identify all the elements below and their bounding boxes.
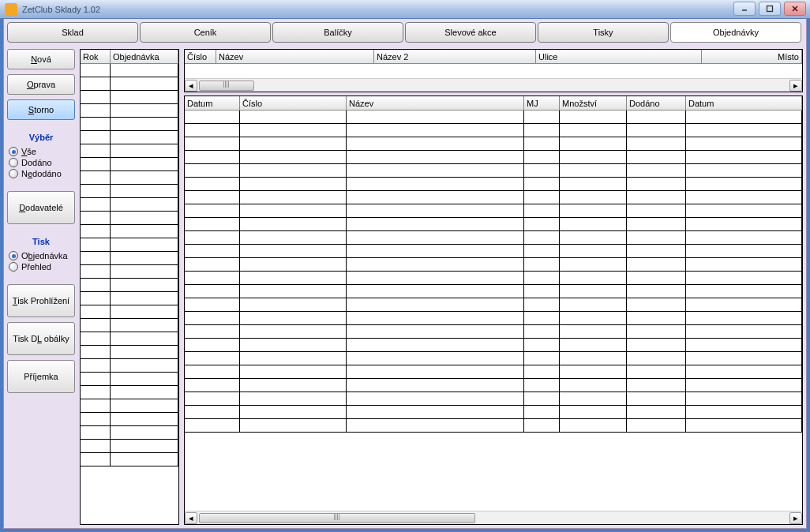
table-row[interactable]: [81, 252, 178, 265]
table-row[interactable]: [81, 131, 178, 144]
items-grid-body[interactable]: [185, 111, 802, 511]
item-col-mnozstvi[interactable]: Množství: [560, 96, 627, 110]
maximize-button[interactable]: [759, 2, 781, 16]
table-row[interactable]: [185, 339, 802, 352]
table-row[interactable]: [185, 419, 802, 433]
table-row[interactable]: [185, 325, 802, 339]
table-row[interactable]: [81, 399, 178, 413]
table-row[interactable]: [81, 386, 178, 399]
table-row[interactable]: [81, 91, 178, 104]
orders-grid-body[interactable]: [81, 64, 178, 524]
scroll-right-icon[interactable]: ▸: [789, 80, 802, 92]
table-row[interactable]: [81, 198, 178, 212]
receipt-button[interactable]: Příjemka: [7, 360, 75, 393]
sup-col-misto[interactable]: Místo: [702, 50, 802, 63]
table-row[interactable]: [81, 265, 178, 279]
table-row[interactable]: [81, 319, 178, 332]
table-row[interactable]: [185, 352, 802, 365]
table-row[interactable]: [185, 392, 802, 406]
table-row[interactable]: [185, 285, 802, 298]
items-grid[interactable]: Datum Číslo Název MJ Množství Dodáno Dat…: [184, 96, 803, 525]
radio-all[interactable]: Vše: [9, 147, 75, 156]
tab-objednavky[interactable]: Objednávky: [670, 22, 801, 43]
table-row[interactable]: [185, 365, 802, 379]
table-row[interactable]: [185, 204, 802, 218]
tab-slevove-akce[interactable]: Slevové akce: [405, 22, 536, 43]
col-objednavka[interactable]: Objednávka: [111, 50, 178, 63]
suppliers-button[interactable]: Dodavatelé: [7, 191, 75, 224]
radio-delivered[interactable]: Dodáno: [9, 158, 75, 167]
item-col-mj[interactable]: MJ: [524, 96, 560, 110]
table-row[interactable]: [185, 124, 802, 137]
supplier-hscroll[interactable]: ◂ ▸: [185, 78, 802, 92]
table-row[interactable]: [81, 292, 178, 305]
table-row[interactable]: [81, 225, 178, 238]
tab-cenik[interactable]: Ceník: [140, 22, 271, 43]
table-row[interactable]: [81, 144, 178, 158]
table-row[interactable]: [81, 440, 178, 453]
table-row[interactable]: [81, 238, 178, 252]
scroll-thumb[interactable]: [199, 513, 475, 523]
table-row[interactable]: [81, 279, 178, 292]
table-row[interactable]: [81, 77, 178, 91]
table-row[interactable]: [81, 346, 178, 359]
radio-notdelivered[interactable]: Nedodáno: [9, 169, 75, 178]
table-row[interactable]: [185, 137, 802, 151]
table-row[interactable]: [185, 258, 802, 272]
new-button[interactable]: Nová: [7, 49, 75, 69]
table-row[interactable]: [81, 158, 178, 171]
orders-grid[interactable]: Rok Objednávka: [80, 49, 179, 525]
table-row[interactable]: [185, 298, 802, 312]
table-row[interactable]: [81, 453, 178, 466]
table-row[interactable]: [81, 212, 178, 225]
print-dl-button[interactable]: Tisk DL obálky: [7, 322, 75, 355]
scroll-left-icon[interactable]: ◂: [185, 80, 197, 92]
item-col-datum1[interactable]: Datum: [185, 96, 240, 110]
radio-print-summary[interactable]: Přehled: [9, 262, 75, 272]
table-row[interactable]: [81, 185, 178, 198]
minimize-button[interactable]: [733, 2, 756, 16]
table-row[interactable]: [185, 111, 802, 124]
table-row[interactable]: [185, 178, 802, 191]
table-row[interactable]: [185, 379, 802, 392]
table-row[interactable]: [185, 272, 802, 285]
scroll-left-icon[interactable]: ◂: [185, 512, 197, 524]
sup-col-nazev2[interactable]: Název 2: [374, 50, 536, 63]
table-row[interactable]: [81, 305, 178, 319]
item-col-dodano[interactable]: Dodáno: [627, 96, 686, 110]
table-row[interactable]: [185, 312, 802, 325]
table-row[interactable]: [185, 151, 802, 164]
supplier-grid[interactable]: Číslo Název Název 2 Ulice Místo ◂ ▸: [184, 49, 803, 92]
print-view-button[interactable]: Tisk Prohlížení: [7, 284, 75, 317]
table-row[interactable]: [185, 164, 802, 178]
table-row[interactable]: [81, 118, 178, 131]
sup-col-nazev[interactable]: Název: [216, 50, 374, 63]
table-row[interactable]: [185, 231, 802, 245]
sup-col-cislo[interactable]: Číslo: [185, 50, 216, 63]
table-row[interactable]: [185, 191, 802, 204]
table-row[interactable]: [81, 426, 178, 440]
supplier-grid-body[interactable]: [185, 64, 802, 78]
table-row[interactable]: [81, 104, 178, 118]
table-row[interactable]: [185, 245, 802, 258]
item-col-nazev[interactable]: Název: [347, 96, 524, 110]
scroll-right-icon[interactable]: ▸: [789, 512, 802, 524]
table-row[interactable]: [81, 413, 178, 426]
tab-balicky[interactable]: Balíčky: [272, 22, 403, 43]
table-row[interactable]: [81, 332, 178, 346]
tab-sklad[interactable]: Sklad: [7, 22, 138, 43]
table-row[interactable]: [185, 218, 802, 231]
item-col-datum2[interactable]: Datum: [686, 96, 802, 110]
table-row[interactable]: [81, 373, 178, 386]
radio-print-order[interactable]: Objednávka: [9, 251, 75, 260]
table-row[interactable]: [81, 171, 178, 185]
table-row[interactable]: [185, 406, 802, 419]
items-hscroll[interactable]: ◂ ▸: [185, 511, 802, 524]
storno-button[interactable]: Storno: [7, 99, 75, 120]
tab-tisky[interactable]: Tisky: [538, 22, 669, 43]
edit-button[interactable]: Oprava: [7, 74, 75, 95]
table-row[interactable]: [81, 64, 178, 77]
sup-col-ulice[interactable]: Ulice: [536, 50, 702, 63]
close-button[interactable]: [784, 2, 806, 16]
scroll-thumb[interactable]: [199, 81, 254, 91]
